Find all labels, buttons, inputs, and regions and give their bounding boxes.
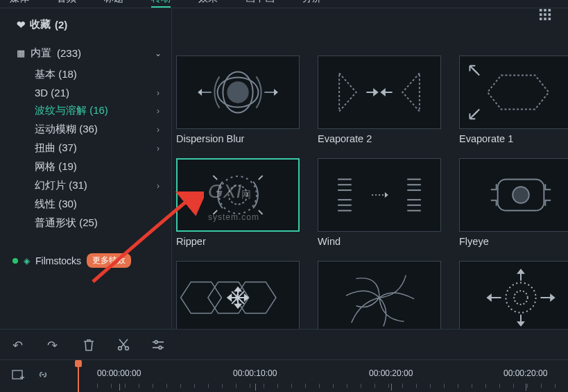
cube-icon: ◈ (24, 256, 30, 266)
effect-Evaporate 1[interactable]: Evaporate 1 (459, 56, 568, 144)
effect-Dispersion Blur[interactable]: Dispersion Blur (176, 56, 315, 144)
category-线性[interactable]: 线性 (30) (35, 195, 163, 214)
effect-Wind[interactable]: Wind (318, 158, 456, 247)
tab-效果[interactable]: 效果 (198, 0, 218, 3)
filmstocks-label: Filmstocks (35, 255, 81, 266)
chevron-right-icon: › (153, 144, 163, 153)
grid-view-button[interactable] (539, 8, 551, 24)
effect-thumb[interactable] (176, 158, 300, 232)
tab-分屏[interactable]: 分屏 (302, 0, 322, 3)
effect-Flyeye[interactable]: Flyeye (459, 158, 568, 247)
time-tick: 00:00:10:00 (233, 368, 277, 378)
category-label: 网格 (19) (35, 160, 77, 173)
tab-音频[interactable]: 音频 (57, 0, 76, 3)
category-3D[interactable]: 3D (21)› (35, 84, 163, 101)
category-幻灯片[interactable]: 幻灯片 (31)› (35, 176, 163, 195)
svg-point-13 (219, 176, 257, 214)
chevron-right-icon: › (153, 125, 163, 135)
svg-point-11 (227, 81, 248, 103)
time-tick: 00:00:00:00 (97, 368, 141, 378)
tab-媒体[interactable]: 媒体 (10, 0, 29, 3)
time-ruler[interactable]: 00:00:00:0000:00:10:0000:00:20:0000:00:2… (87, 360, 568, 392)
svg-point-33 (126, 346, 129, 350)
category-扭曲[interactable]: 扭曲 (37)› (35, 139, 163, 157)
category-普通形状[interactable]: 普通形状 (25) (35, 214, 163, 232)
category-波纹与溶解[interactable]: 波纹与溶解 (16)› (35, 101, 163, 120)
favorites-label: 收藏 (30, 18, 51, 31)
time-tick: 00:00:20:00 (369, 368, 413, 378)
effect-label: Dispersion Blur (176, 133, 315, 144)
playhead[interactable] (78, 360, 79, 392)
category-label: 波纹与溶解 (16) (35, 104, 108, 117)
sidebar: ❤ 收藏 (2) ▦ 内置 (233) ⌄ 基本 (18)3D (21)›波纹与… (0, 8, 172, 329)
timeline[interactable]: 00:00:00:0000:00:10:0000:00:20:0000:00:2… (0, 359, 568, 391)
effects-panel: Dispersion BlurEvaporate 2Evaporate 1Rip… (172, 8, 568, 329)
effect-label: Ripper (176, 236, 315, 247)
effect-hex[interactable] (176, 261, 315, 329)
svg-rect-2 (549, 9, 551, 12)
filmstocks-row[interactable]: ◈ Filmstocks 更多特效 (12, 253, 163, 268)
undo-button[interactable]: ↶ (12, 338, 26, 352)
tab-标题[interactable]: 标题 (104, 0, 123, 3)
svg-rect-5 (549, 13, 551, 16)
svg-rect-4 (544, 13, 547, 16)
svg-rect-1 (544, 9, 547, 12)
category-基本[interactable]: 基本 (18) (35, 65, 163, 84)
link-button[interactable] (36, 368, 50, 384)
tab-转场[interactable]: 转场 (151, 0, 171, 3)
cut-button[interactable] (117, 338, 130, 352)
effect-label: Flyeye (459, 236, 568, 247)
favorites-row[interactable]: ❤ 收藏 (2) (17, 18, 163, 31)
effect-Ripper[interactable]: Ripper (176, 158, 315, 247)
tab-画中画[interactable]: 画中画 (246, 0, 275, 3)
favorites-count: (2) (55, 19, 67, 31)
effect-thumb[interactable] (176, 261, 300, 329)
effect-Evaporate 2[interactable]: Evaporate 2 (318, 56, 456, 144)
category-label: 线性 (30) (35, 198, 77, 211)
edit-toolbar: ↶ ↷ (0, 329, 568, 359)
effect-label: Wind (318, 236, 456, 247)
svg-rect-6 (540, 18, 542, 21)
svg-point-12 (229, 186, 248, 205)
top-tabs: 媒体音频标题转场效果画中画分屏 (0, 0, 568, 8)
effect-thumb[interactable] (459, 56, 568, 129)
effect-thumb[interactable] (318, 261, 441, 329)
heart-icon: ❤ (17, 19, 26, 31)
category-运动模糊[interactable]: 运动模糊 (36)› (35, 120, 163, 139)
svg-point-31 (506, 282, 535, 312)
delete-button[interactable] (82, 338, 96, 352)
category-label: 运动模糊 (36) (35, 123, 98, 136)
effect-thumb[interactable] (459, 158, 568, 232)
builtin-root[interactable]: ▦ 内置 (233) ⌄ (17, 46, 163, 60)
chevron-right-icon: › (153, 106, 163, 116)
effect-label: Evaporate 2 (318, 133, 456, 144)
chevron-right-icon: › (153, 88, 163, 98)
effect-spiral[interactable] (318, 261, 456, 329)
grid-icon: ▦ (17, 48, 25, 58)
main-split: ❤ 收藏 (2) ▦ 内置 (233) ⌄ 基本 (18)3D (21)›波纹与… (0, 8, 568, 329)
category-label: 扭曲 (37) (35, 142, 77, 155)
category-list: 基本 (18)3D (21)›波纹与溶解 (16)›运动模糊 (36)›扭曲 (… (35, 65, 163, 232)
chevron-down-icon: ⌄ (153, 49, 163, 58)
effect-label: Evaporate 1 (459, 133, 568, 144)
svg-point-36 (155, 341, 157, 343)
svg-rect-7 (544, 18, 547, 21)
redo-button[interactable]: ↷ (47, 338, 61, 352)
effects-grid: Dispersion BlurEvaporate 2Evaporate 1Rip… (176, 21, 568, 329)
effect-spread[interactable] (459, 261, 568, 329)
category-label: 幻灯片 (31) (35, 179, 87, 192)
svg-point-32 (119, 346, 122, 350)
more-effects-badge[interactable]: 更多特效 (87, 253, 131, 268)
effect-thumb[interactable] (318, 56, 441, 129)
effect-thumb[interactable] (176, 56, 300, 129)
builtin-label: 内置 (31, 46, 51, 60)
svg-point-37 (159, 346, 162, 349)
adjust-button[interactable] (151, 338, 165, 352)
status-dot-icon (12, 258, 18, 264)
category-label: 3D (21) (35, 87, 69, 99)
category-网格[interactable]: 网格 (19) (35, 157, 163, 176)
svg-rect-8 (549, 18, 551, 21)
effect-thumb[interactable] (318, 158, 441, 232)
effect-thumb[interactable] (459, 261, 568, 329)
add-track-button[interactable] (11, 368, 25, 384)
